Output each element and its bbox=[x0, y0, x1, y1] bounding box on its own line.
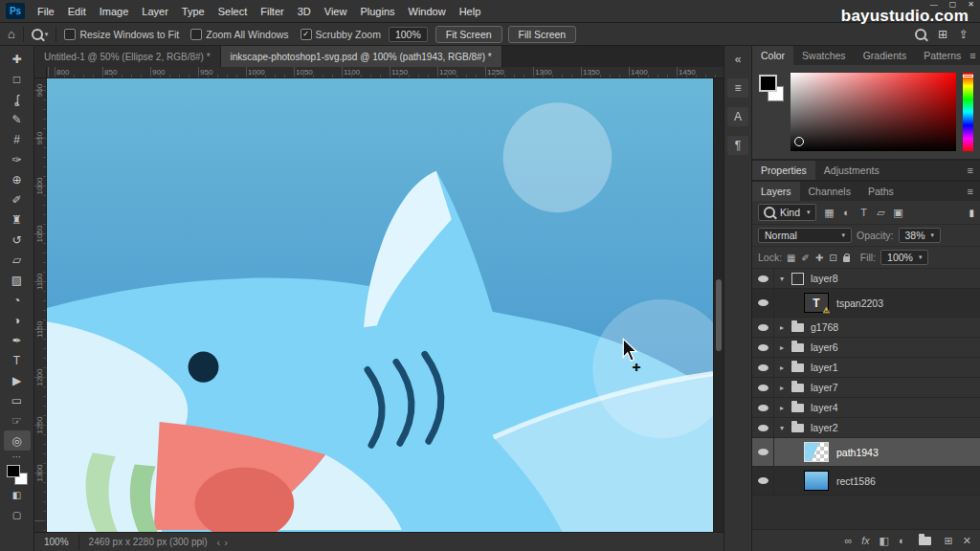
checkbox-zoom-all-windows[interactable]: Zoom All Windows bbox=[190, 29, 288, 40]
layer-row-layer2[interactable]: ▾layer2 bbox=[752, 418, 980, 438]
lock-artboard-icon[interactable]: ⊡ bbox=[829, 253, 836, 263]
layer-visibility-toggle[interactable] bbox=[752, 438, 774, 466]
lock-transparency-icon[interactable]: ▦ bbox=[787, 253, 795, 263]
menu-file[interactable]: File bbox=[31, 3, 61, 20]
layer-row-path1943[interactable]: path1943 bbox=[752, 438, 980, 467]
panel-menu-icon[interactable]: ≡ bbox=[969, 50, 980, 61]
menu-edit[interactable]: Edit bbox=[61, 3, 93, 20]
zoom-tool[interactable]: ◎ bbox=[4, 430, 31, 451]
move-tool[interactable]: ✚ bbox=[4, 49, 31, 69]
vertical-scrollbar-thumb[interactable] bbox=[716, 279, 722, 351]
fill-screen-button[interactable]: Fill Screen bbox=[508, 26, 577, 43]
tab-swatches[interactable]: Swatches bbox=[793, 46, 855, 65]
fit-screen-button[interactable]: Fit Screen bbox=[435, 26, 502, 43]
paragraph-panel-icon[interactable]: ¶ bbox=[727, 136, 748, 155]
saturation-brightness-picker[interactable] bbox=[791, 73, 956, 151]
panel-menu-icon[interactable]: ≡ bbox=[968, 186, 980, 197]
layer-visibility-toggle[interactable] bbox=[752, 318, 774, 337]
eyedropper-tool[interactable]: ✑ bbox=[4, 149, 31, 169]
hue-slider[interactable] bbox=[963, 73, 973, 151]
layer-expand-caret[interactable]: ▸ bbox=[776, 364, 788, 372]
blend-mode-dropdown[interactable]: Normal▾ bbox=[758, 228, 852, 243]
link-layers-icon[interactable]: ∞ bbox=[844, 535, 852, 546]
crop-tool[interactable]: # bbox=[4, 129, 31, 149]
menu-window[interactable]: Window bbox=[402, 3, 453, 20]
tab-gradients[interactable]: Gradients bbox=[855, 46, 916, 65]
foreground-background-swatches[interactable] bbox=[7, 465, 28, 485]
marquee-tool[interactable]: □ bbox=[4, 69, 31, 89]
color-panel-swatches[interactable] bbox=[759, 75, 784, 101]
status-arrows[interactable]: ‹› bbox=[217, 537, 232, 548]
menu-type[interactable]: Type bbox=[175, 3, 212, 20]
share-icon[interactable]: ⇪ bbox=[959, 28, 969, 41]
opacity-field[interactable]: 38%▾ bbox=[899, 228, 942, 243]
new-layer-icon[interactable]: ⊞ bbox=[945, 535, 953, 547]
layer-filter-toggle-icon[interactable]: ▮ bbox=[969, 208, 974, 218]
layer-expand-caret[interactable]: ▸ bbox=[776, 323, 788, 332]
tab-color[interactable]: Color bbox=[752, 46, 793, 65]
tab-adjustments[interactable]: Adjustments bbox=[815, 161, 888, 180]
menu-layer[interactable]: Layer bbox=[135, 3, 175, 20]
adjustment-layer-icon[interactable]: ◐ bbox=[899, 535, 905, 546]
tab-channels[interactable]: Channels bbox=[800, 182, 859, 201]
hand-tool[interactable]: ☞ bbox=[4, 410, 31, 430]
brush-tool[interactable]: ✐ bbox=[4, 189, 31, 209]
layer-visibility-toggle[interactable] bbox=[752, 418, 774, 437]
character-panel-icon[interactable]: A bbox=[727, 107, 748, 126]
shape-tool[interactable]: ▭ bbox=[4, 390, 31, 410]
healing-brush-tool[interactable]: ⊕ bbox=[4, 169, 31, 189]
layer-row-layer7[interactable]: ▸layer7 bbox=[752, 378, 980, 398]
checkbox-resize-windows-to-fit[interactable]: Resize Windows to Fit bbox=[64, 29, 179, 40]
new-group-icon[interactable] bbox=[919, 537, 931, 545]
tab-patterns[interactable]: Patterns bbox=[915, 46, 969, 65]
clone-stamp-tool[interactable]: ♜ bbox=[4, 209, 31, 230]
foreground-color-swatch[interactable] bbox=[759, 75, 777, 92]
layer-visibility-toggle[interactable] bbox=[752, 358, 774, 377]
lock-pixels-icon[interactable]: ✐ bbox=[802, 253, 810, 263]
layer-visibility-toggle[interactable] bbox=[752, 289, 774, 317]
edit-toolbar-icon[interactable]: ⋯ bbox=[12, 452, 22, 462]
layer-visibility-toggle[interactable] bbox=[752, 467, 774, 495]
layer-thumbnail[interactable] bbox=[804, 471, 829, 491]
lock-all-icon[interactable] bbox=[843, 256, 850, 262]
layer-visibility-toggle[interactable] bbox=[752, 378, 774, 397]
layer-visibility-toggle[interactable] bbox=[752, 269, 774, 288]
collapsed-panel-icon[interactable]: ≡ bbox=[727, 78, 748, 98]
menu-help[interactable]: Help bbox=[453, 3, 488, 20]
menu-3d[interactable]: 3D bbox=[291, 3, 318, 20]
layer-row-layer8[interactable]: ▾layer8 bbox=[752, 269, 980, 289]
blur-tool[interactable]: ◔ bbox=[4, 290, 31, 310]
zoom-tool-options-icon[interactable]: ▾ bbox=[32, 29, 49, 40]
home-icon[interactable]: ⌂ bbox=[8, 27, 15, 41]
checkbox-scrubby-zoom[interactable]: ✓Scrubby Zoom bbox=[301, 29, 381, 40]
layer-visibility-toggle[interactable] bbox=[752, 338, 774, 357]
layer-row-tspan2203[interactable]: T⚠tspan2203 bbox=[752, 289, 980, 318]
layer-effects-icon[interactable]: fx bbox=[861, 535, 869, 546]
quick-selection-tool[interactable]: ✎ bbox=[4, 109, 31, 129]
filter-smart-objects-icon[interactable]: ▣ bbox=[890, 205, 907, 220]
path-selection-tool[interactable]: ▶ bbox=[4, 370, 31, 390]
document-tab-2[interactable]: inkscape-photoshop1-svg.psd @ 100% (path… bbox=[221, 46, 502, 67]
collapse-panels-icon[interactable]: « bbox=[727, 50, 748, 69]
close-button[interactable]: ✕ bbox=[968, 0, 974, 9]
filter-adjustment-layers-icon[interactable]: ◐ bbox=[838, 205, 856, 220]
filter-shape-layers-icon[interactable]: ▱ bbox=[873, 205, 890, 220]
layer-expand-caret[interactable]: ▸ bbox=[776, 404, 788, 412]
tab-layers[interactable]: Layers bbox=[752, 182, 800, 201]
tab-paths[interactable]: Paths bbox=[859, 182, 902, 201]
layer-expand-caret[interactable]: ▸ bbox=[776, 384, 788, 392]
lock-position-icon[interactable]: ✚ bbox=[815, 253, 823, 263]
panel-menu-icon[interactable]: ≡ bbox=[968, 165, 980, 176]
lasso-tool[interactable]: ʆ bbox=[4, 89, 31, 109]
layer-row-layer1[interactable]: ▸layer1 bbox=[752, 358, 980, 378]
layer-expand-caret[interactable]: ▸ bbox=[776, 343, 788, 352]
quick-mask-icon[interactable]: ◧ bbox=[4, 485, 31, 505]
filter-type-layers-icon[interactable]: T bbox=[856, 205, 873, 220]
layer-row-g1768[interactable]: ▸g1768 bbox=[752, 318, 980, 338]
menu-plugins[interactable]: Plugins bbox=[353, 3, 401, 20]
layer-expand-caret[interactable]: ▾ bbox=[776, 424, 788, 432]
layer-visibility-toggle[interactable] bbox=[752, 398, 774, 417]
dodge-tool[interactable]: ◑ bbox=[4, 310, 31, 330]
menu-select[interactable]: Select bbox=[212, 3, 255, 20]
canvas[interactable]: ✚ bbox=[47, 78, 713, 532]
